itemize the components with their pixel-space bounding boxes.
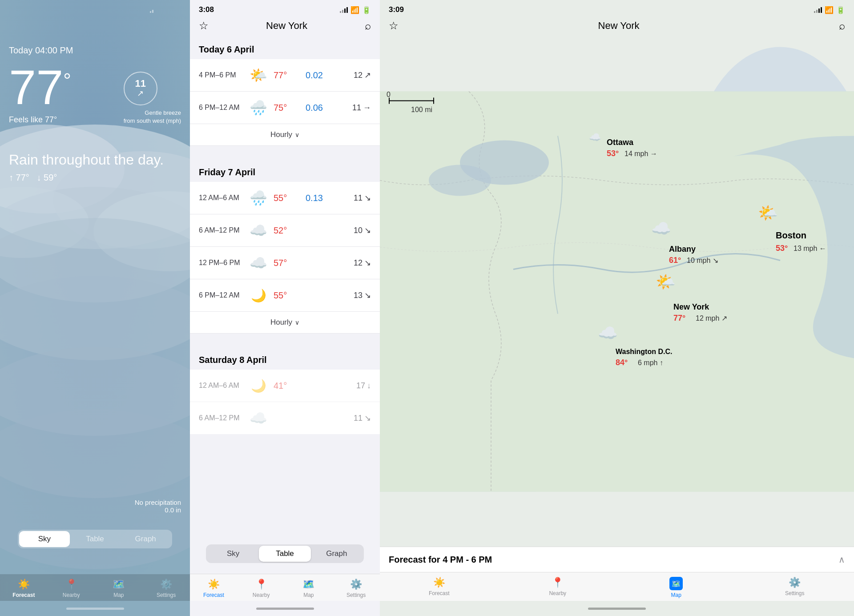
nearby-icon-p3: 📍 [552, 577, 564, 588]
forecast-card-p3[interactable]: Forecast for 4 PM - 6 PM ∧ [380, 547, 854, 572]
precip-info-p1: No precipitation 0.0 in [135, 499, 181, 514]
settings-icon-p2: ⚙️ [350, 579, 362, 590]
tab-nearby-p1[interactable]: 📍 Nearby [48, 574, 95, 601]
favorite-icon-p3[interactable]: ☆ [389, 20, 399, 32]
day-separator [190, 146, 380, 159]
feels-like-p1: Feels like 77° [9, 115, 71, 125]
nearby-icon-p1: 📍 [65, 579, 77, 590]
svg-text:53°: 53° [607, 149, 619, 158]
toggle-sky-p2[interactable]: Sky [207, 546, 259, 562]
weather-icon: 🌙 [249, 376, 268, 395]
status-icons-p2: 📶 🔋 [340, 6, 371, 14]
wind-badge-p1: 11 ↗ [124, 72, 157, 105]
svg-text:Washington D.C.: Washington D.C. [616, 348, 672, 355]
forecast-card-title: Forecast for 4 PM - 6 PM [389, 555, 492, 565]
svg-rect-15 [389, 101, 433, 101]
chevron-up-icon[interactable]: ∧ [838, 554, 845, 565]
settings-icon-p3: ⚙️ [789, 577, 801, 588]
wifi-icon-p2: 📶 [350, 6, 359, 14]
tab-nearby-p2[interactable]: 📍 Nearby [238, 574, 285, 601]
battery-icon-p2: 🔋 [362, 6, 371, 14]
nav-bar-p3: ☆ New York ⌕ [380, 18, 854, 36]
tab-map-p3[interactable]: 🗺️ Map [617, 572, 736, 601]
precip-amount-p1: 0.0 in [135, 506, 181, 514]
table-row: 4 PM–6 PM 🌤️ 77° 0.02 12 ↗ [190, 59, 380, 92]
map-icon-p2: 🗺️ [302, 579, 314, 590]
wifi-icon-p3: 📶 [825, 6, 834, 14]
favorite-icon-p2[interactable]: ☆ [199, 20, 209, 32]
view-toggle-p1: Sky Table Graph [18, 530, 172, 548]
tab-settings-p1[interactable]: ⚙️ Settings [142, 574, 190, 601]
table-row: 6 AM–12 PM ☁️ 11 ↘ [190, 402, 380, 434]
table-scroll[interactable]: Today 6 April 4 PM–6 PM 🌤️ 77° 0.02 12 ↗… [190, 36, 380, 534]
home-bar-p2 [256, 608, 314, 610]
panel-sky: 3:08 📶 🔋 ☆ New York ⌕ Today 04:00 PM 77°… [0, 0, 190, 616]
svg-point-14 [429, 165, 491, 196]
home-bar-p1 [66, 608, 124, 610]
toggle-graph-p2[interactable]: Graph [311, 546, 363, 562]
hourly-toggle-1[interactable]: Hourly ∨ [190, 124, 380, 146]
city-title-p3: New York [598, 20, 640, 32]
section-friday: Friday 7 April [190, 159, 380, 182]
svg-text:☁️: ☁️ [651, 219, 671, 238]
table-row: 12 AM–6 AM 🌙 41° 17 ↓ [190, 370, 380, 402]
svg-text:53°: 53° [776, 244, 788, 253]
weather-icon: ☁️ [249, 408, 268, 428]
tab-settings-p2[interactable]: ⚙️ Settings [332, 574, 380, 601]
battery-icon-p3: 🔋 [836, 6, 845, 14]
tab-settings-p3[interactable]: ⚙️ Settings [736, 572, 854, 601]
svg-text:12 mph ↗: 12 mph ↗ [696, 314, 727, 322]
svg-text:☁️: ☁️ [598, 323, 618, 342]
bottom-tabs-p2: ☀️ Forecast 📍 Nearby 🗺️ Map ⚙️ Settings [190, 574, 380, 601]
map-container[interactable]: 0 100 mi ☁️ Ottawa 53° 14 mph → ☁️ Alban… [380, 36, 854, 547]
svg-text:0: 0 [387, 91, 391, 98]
svg-text:Boston: Boston [776, 230, 806, 240]
weather-icon: 🌙 [249, 286, 268, 305]
wind-num-p1: 11 [135, 79, 145, 89]
nearby-icon-p2: 📍 [255, 579, 267, 590]
forecast-icon-p1: ☀️ [18, 579, 30, 590]
weather-icon: 🌧️ [249, 188, 268, 208]
tab-map-p2[interactable]: 🗺️ Map [285, 574, 333, 601]
city-title-p2: New York [266, 20, 307, 32]
tab-forecast-p2[interactable]: ☀️ Forecast [190, 574, 238, 601]
home-indicator-p3 [380, 601, 854, 616]
tab-forecast-p3[interactable]: ☀️ Forecast [380, 572, 499, 601]
time-p2: 3:08 [199, 5, 214, 14]
status-bar-p3: 3:09 📶 🔋 [380, 0, 854, 18]
status-icons-p3: 📶 🔋 [814, 6, 845, 14]
svg-text:Albany: Albany [669, 245, 696, 254]
status-bar-p2: 3:08 📶 🔋 [190, 0, 380, 18]
toggle-table-p2[interactable]: Table [259, 546, 310, 562]
wind-desc-p1: Gentle breezefrom south west (mph) [124, 109, 181, 125]
map-icon-p3: 🗺️ [672, 580, 681, 588]
toggle-graph-p1[interactable]: Graph [120, 531, 171, 547]
toggle-table-p1[interactable]: Table [70, 531, 121, 547]
table-row: 6 AM–12 PM ☁️ 52° 10 ↘ [190, 214, 380, 247]
wind-arrow-badge: ↗ [137, 89, 144, 98]
home-bar-p3 [588, 608, 646, 610]
weather-description-p1: Rain throughout the day. [9, 152, 181, 168]
panel-map: 3:09 📶 🔋 ☆ New York ⌕ [380, 0, 854, 616]
svg-text:🌤️: 🌤️ [656, 272, 676, 291]
settings-icon-p1: ⚙️ [160, 579, 172, 590]
home-indicator-p1 [0, 601, 190, 616]
forecast-icon-p2: ☀️ [208, 579, 220, 590]
nav-bar-p2: ☆ New York ⌕ [190, 18, 380, 36]
signal-icon-p3 [814, 7, 822, 13]
search-icon-p2[interactable]: ⌕ [365, 20, 371, 32]
svg-text:🌤️: 🌤️ [758, 203, 778, 222]
tab-nearby-p3[interactable]: 📍 Nearby [499, 572, 617, 601]
bottom-tabs-p3: ☀️ Forecast 📍 Nearby 🗺️ Map ⚙️ Settings [380, 572, 854, 601]
toggle-sky-p1[interactable]: Sky [19, 531, 70, 547]
hourly-toggle-2[interactable]: Hourly ∨ [190, 312, 380, 334]
tab-forecast-p1[interactable]: ☀️ Forecast [0, 574, 48, 601]
search-icon-p3[interactable]: ⌕ [839, 20, 845, 32]
tab-map-p1[interactable]: 🗺️ Map [95, 574, 143, 601]
signal-icon-p2 [340, 7, 348, 13]
svg-text:6 mph ↑: 6 mph ↑ [638, 359, 663, 366]
svg-text:☁️: ☁️ [589, 131, 601, 143]
table-row: 6 PM–12 AM 🌙 55° 13 ↘ [190, 279, 380, 312]
weather-icon: ☁️ [249, 253, 268, 273]
weather-icon: 🌧️ [249, 98, 268, 117]
